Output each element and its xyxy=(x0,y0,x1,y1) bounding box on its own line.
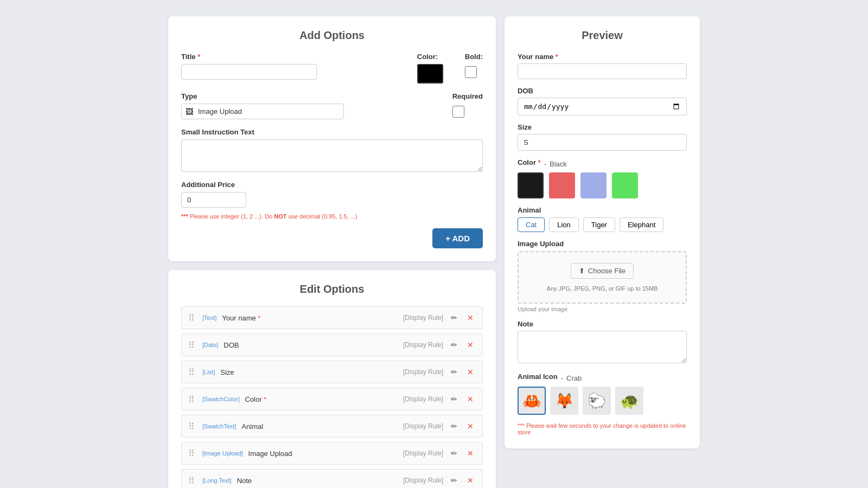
delete-icon-button[interactable]: ✕ xyxy=(465,394,476,404)
drag-handle[interactable]: ⠿ xyxy=(188,367,195,377)
color-swatch-black[interactable] xyxy=(518,172,544,198)
add-options-title: Add Options xyxy=(181,29,483,42)
instruction-label: Small Instruction Text xyxy=(181,128,483,136)
animal-btn-lion[interactable]: Lion xyxy=(549,217,579,232)
option-type-badge: [Text] xyxy=(202,314,216,321)
edit-icon-button[interactable]: ✏ xyxy=(449,421,459,432)
option-type-badge: [Long Text] xyxy=(202,477,232,484)
edit-icon-button[interactable]: ✏ xyxy=(449,312,459,323)
preview-your-name-input[interactable] xyxy=(518,63,687,79)
animal-icon-sheep[interactable]: 🐑 xyxy=(583,387,611,415)
option-label: Color * xyxy=(245,395,397,403)
preview-dob-field: DOB xyxy=(518,87,687,115)
preview-note-field: Note xyxy=(518,320,687,365)
preview-size-label: Size xyxy=(518,123,687,131)
option-label: Animal xyxy=(241,422,398,431)
animal-buttons-container: Cat Lion Tiger Elephant xyxy=(518,217,687,232)
edit-icon-button[interactable]: ✏ xyxy=(449,448,459,459)
upload-sublabel: Upload your image xyxy=(518,306,687,312)
color-picker[interactable] xyxy=(417,64,443,84)
preview-card: Preview Your name * DOB Size S M xyxy=(505,16,700,448)
animal-icon-turtle[interactable]: 🐢 xyxy=(615,387,643,415)
animal-btn-cat[interactable]: Cat xyxy=(518,217,545,232)
option-label: DOB xyxy=(224,341,398,349)
delete-icon-button[interactable]: ✕ xyxy=(465,448,476,459)
required-checkbox[interactable] xyxy=(452,106,464,118)
add-button[interactable]: + ADD xyxy=(432,228,483,248)
option-type-badge: [SwatchText] xyxy=(202,423,236,429)
edit-options-title: Edit Options xyxy=(181,283,483,296)
image-upload-zone: ⬆ Choose File Any JPG, JPEG, PNG, or GIF… xyxy=(518,251,687,304)
preview-your-name-field: Your name * xyxy=(518,53,687,79)
edit-icon-button[interactable]: ✏ xyxy=(449,367,459,377)
drag-handle[interactable]: ⠿ xyxy=(188,313,195,323)
edit-icon-button[interactable]: ✏ xyxy=(449,394,459,404)
choose-file-button[interactable]: ⬆ Choose File xyxy=(571,263,634,279)
color-swatch-red[interactable] xyxy=(549,172,575,198)
preview-note-label: Note xyxy=(518,320,687,328)
drag-handle[interactable]: ⠿ xyxy=(188,476,195,486)
preview-dob-label: DOB xyxy=(518,87,687,95)
edit-options-list: ⠿ [Text] Your name * [Display Rule] ✏ ✕ … xyxy=(181,306,483,488)
display-rule-button[interactable]: [Display Rule] xyxy=(403,450,443,457)
edit-option-row: ⠿ [SwatchText] Animal [Display Rule] ✏ ✕ xyxy=(181,415,483,438)
display-rule-button[interactable]: [Display Rule] xyxy=(403,422,443,430)
preview-image-upload-field: Image Upload ⬆ Choose File Any JPG, JPEG… xyxy=(518,240,687,312)
instruction-textarea[interactable] xyxy=(181,139,483,172)
upload-icon: ⬆ xyxy=(579,267,585,275)
type-label: Type xyxy=(181,92,344,100)
edit-option-row: ⠿ [SwatchColor] Color * [Display Rule] ✏… xyxy=(181,388,483,410)
color-label: Color: xyxy=(417,53,443,61)
animal-btn-tiger[interactable]: Tiger xyxy=(583,217,615,232)
additional-price-label: Additional Price xyxy=(181,181,483,189)
display-rule-button[interactable]: [Display Rule] xyxy=(403,477,443,484)
delete-icon-button[interactable]: ✕ xyxy=(465,339,476,350)
preview-animal-icon-field: Animal Icon - Crab 🦀 🦊 🐑 🐢 xyxy=(518,373,687,415)
preview-footer-note: *** Please wait few seconds to your chan… xyxy=(518,422,687,435)
color-swatches-container xyxy=(518,172,687,198)
title-input[interactable] xyxy=(181,64,317,80)
option-label: Note xyxy=(237,477,398,485)
edit-icon-button[interactable]: ✏ xyxy=(449,339,459,350)
preview-size-select[interactable]: S M L XL xyxy=(518,134,687,151)
preview-color-name: Black xyxy=(550,160,567,168)
bold-checkbox[interactable] xyxy=(465,66,477,78)
drag-handle[interactable]: ⠿ xyxy=(188,421,195,432)
display-rule-button[interactable]: [Display Rule] xyxy=(403,314,443,322)
animal-icon-fox[interactable]: 🦊 xyxy=(550,387,578,415)
preview-color-label: Color * xyxy=(518,158,541,166)
color-swatch-green[interactable] xyxy=(612,172,638,198)
display-rule-button[interactable]: [Display Rule] xyxy=(403,395,443,403)
edit-option-row: ⠿ [Image Upload] Image Upload [Display R… xyxy=(181,442,483,465)
preview-dob-input[interactable] xyxy=(518,98,687,115)
option-label: Image Upload xyxy=(248,450,398,458)
delete-icon-button[interactable]: ✕ xyxy=(465,367,476,377)
preview-title: Preview xyxy=(518,29,687,42)
preview-note-textarea[interactable] xyxy=(518,331,687,363)
animal-icon-crab[interactable]: 🦀 xyxy=(518,387,546,415)
preview-animal-icon-label: Animal Icon xyxy=(518,373,558,381)
color-swatch-purple[interactable] xyxy=(580,172,607,198)
drag-handle[interactable]: ⠿ xyxy=(188,394,195,404)
add-options-card: Add Options Title * Color: Bold: xyxy=(168,16,496,261)
preview-animal-label: Animal xyxy=(518,206,687,214)
animal-btn-elephant[interactable]: Elephant xyxy=(620,217,663,232)
animal-icons-container: 🦀 🦊 🐑 🐢 xyxy=(518,387,687,415)
additional-price-input[interactable]: 0 xyxy=(181,192,246,208)
drag-handle[interactable]: ⠿ xyxy=(188,340,195,350)
drag-handle[interactable]: ⠿ xyxy=(188,448,195,459)
display-rule-button[interactable]: [Display Rule] xyxy=(403,341,443,349)
required-label: Required xyxy=(452,92,483,100)
preview-image-upload-label: Image Upload xyxy=(518,240,687,248)
option-type-badge: [List] xyxy=(202,369,215,375)
delete-icon-button[interactable]: ✕ xyxy=(465,475,476,486)
bold-label: Bold: xyxy=(465,53,483,61)
preview-your-name-label: Your name * xyxy=(518,53,687,61)
edit-icon-button[interactable]: ✏ xyxy=(449,475,459,486)
display-rule-button[interactable]: [Display Rule] xyxy=(403,368,443,376)
preview-animal-icon-sublabel: Crab xyxy=(566,374,582,382)
edit-option-row: ⠿ [Text] Your name * [Display Rule] ✏ ✕ xyxy=(181,306,483,329)
delete-icon-button[interactable]: ✕ xyxy=(465,421,476,432)
delete-icon-button[interactable]: ✕ xyxy=(465,312,476,323)
type-select[interactable]: Image Upload Text Date List xyxy=(181,104,344,119)
